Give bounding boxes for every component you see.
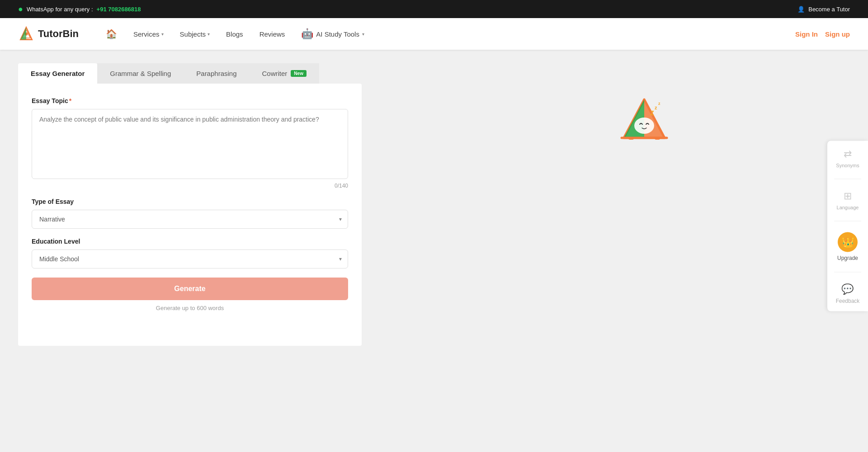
tutor-icon: 👤: [797, 6, 805, 13]
textarea-wrapper: [32, 109, 348, 181]
ai-tools-chevron: ▾: [362, 32, 364, 37]
upgrade-button[interactable]: 👑 Upgrade: [837, 232, 858, 261]
generate-hint: Generate up to 600 words: [32, 305, 348, 311]
nav-ai-tools[interactable]: 🤖 AI Study Tools ▾: [301, 28, 364, 40]
nav: 🏠 Services ▾ Subjects ▾ Blogs Reviews 🤖 …: [106, 28, 795, 40]
phone-number: +91 7082686818: [97, 6, 141, 13]
tab-essay-generator[interactable]: Essay Generator: [18, 63, 97, 84]
education-level-select[interactable]: Middle SchoolHigh SchoolCollegeUniversit…: [32, 250, 348, 268]
synonyms-item[interactable]: ⇄ Synonyms: [836, 148, 859, 168]
language-item[interactable]: ⊞ Language: [837, 190, 859, 210]
svg-rect-14: [655, 137, 660, 140]
top-bar: ● WhatsApp for any query : +91 708268681…: [0, 0, 868, 18]
tab-paraphrasing[interactable]: Paraphrasing: [184, 63, 249, 84]
svg-text:Z: Z: [650, 109, 654, 117]
left-section: Essay GeneratorGrammar & SpellingParaphr…: [18, 63, 429, 346]
right-area: Z z z: [439, 63, 850, 346]
services-chevron: ▾: [161, 32, 164, 37]
logo-icon: [18, 26, 34, 42]
language-icon: ⊞: [844, 190, 852, 202]
mascot-svg: Z z z: [615, 90, 674, 149]
logo-text: TutorBin: [38, 28, 79, 40]
language-label: Language: [837, 205, 859, 210]
education-level-label: Education Level: [32, 238, 348, 245]
divider-2: [834, 221, 861, 221]
top-bar-left: ● WhatsApp for any query : +91 708268681…: [18, 5, 141, 14]
header-actions: Sign In Sign up: [795, 30, 850, 38]
essay-topic-input[interactable]: [32, 109, 348, 179]
generate-button[interactable]: Generate: [32, 278, 348, 300]
type-of-essay-select[interactable]: NarrativeDescriptiveExpositoryPersuasive…: [32, 210, 348, 229]
education-level-wrapper: Middle SchoolHigh SchoolCollegeUniversit…: [32, 250, 348, 268]
subjects-chevron: ▾: [208, 32, 210, 37]
svg-text:z: z: [658, 101, 660, 106]
top-bar-right[interactable]: 👤 Become a Tutor: [797, 6, 850, 13]
svg-point-8: [634, 118, 654, 134]
become-tutor-link[interactable]: Become a Tutor: [808, 6, 850, 13]
main-content: Essay GeneratorGrammar & SpellingParaphr…: [0, 50, 868, 359]
feedback-button[interactable]: 💬 Feedback: [836, 283, 860, 304]
nav-blogs[interactable]: Blogs: [226, 30, 243, 38]
side-panel: ⇄ Synonyms ⊞ Language 👑 Upgrade 💬 Feedba…: [827, 141, 868, 311]
svg-text:z: z: [655, 105, 657, 110]
header: TutorBin 🏠 Services ▾ Subjects ▾ Blogs R…: [0, 18, 868, 50]
divider-1: [834, 179, 861, 179]
tabs-container: Essay GeneratorGrammar & SpellingParaphr…: [18, 63, 429, 84]
nav-home[interactable]: 🏠: [106, 28, 117, 39]
char-count: 0/140: [32, 183, 348, 189]
sign-up-button[interactable]: Sign up: [825, 30, 850, 38]
required-marker: *: [69, 97, 71, 104]
nav-reviews[interactable]: Reviews: [259, 30, 285, 38]
tab-grammar-spelling[interactable]: Grammar & Spelling: [97, 63, 184, 84]
form-panel: Essay Topic * 0/140 Type of Essay Narrat…: [18, 84, 362, 346]
divider-3: [834, 272, 861, 273]
type-of-essay-wrapper: NarrativeDescriptiveExpositoryPersuasive…: [32, 210, 348, 229]
synonyms-icon: ⇄: [844, 148, 852, 160]
synonyms-label: Synonyms: [836, 163, 859, 168]
logo[interactable]: TutorBin: [18, 26, 79, 42]
mascot-area: Z z z: [615, 90, 674, 149]
upgrade-label: Upgrade: [837, 255, 858, 261]
essay-topic-label: Essay Topic *: [32, 97, 348, 104]
tab-cowriter[interactable]: CowriterNew: [250, 63, 319, 84]
nav-services[interactable]: Services ▾: [133, 30, 164, 38]
feedback-label: Feedback: [836, 298, 860, 304]
type-of-essay-label: Type of Essay: [32, 198, 348, 205]
nav-subjects[interactable]: Subjects ▾: [180, 30, 210, 38]
ai-tools-icon: 🤖: [301, 28, 313, 40]
svg-rect-13: [628, 137, 634, 140]
feedback-icon: 💬: [841, 283, 854, 295]
whatsapp-icon: ●: [18, 5, 23, 14]
upgrade-icon: 👑: [838, 232, 858, 252]
whatsapp-text: WhatsApp for any query :: [27, 6, 93, 13]
sign-in-button[interactable]: Sign In: [795, 30, 818, 38]
